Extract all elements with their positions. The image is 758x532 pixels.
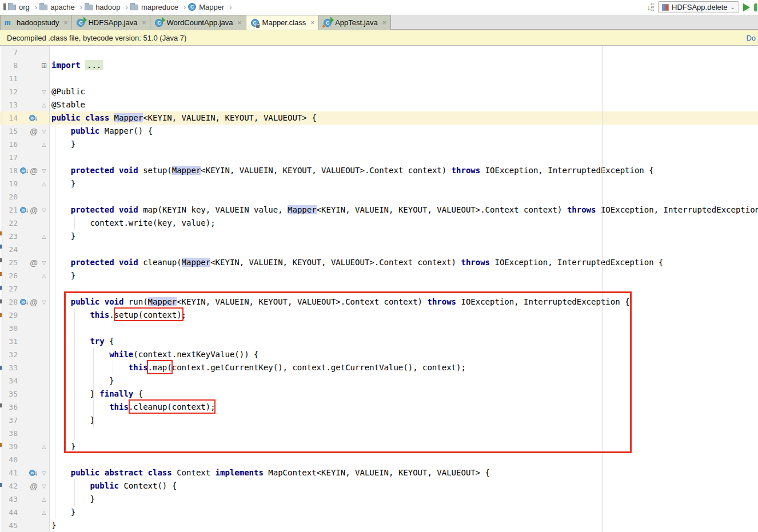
breadcrumb-item[interactable]: CMapper› (188, 3, 234, 11)
code-text[interactable]: } (50, 177, 758, 190)
code-line[interactable]: 20 (0, 190, 758, 203)
code-text[interactable]: } finally { (50, 387, 758, 401)
code-line[interactable]: 30 (0, 322, 758, 335)
code-text[interactable]: public class Mapper<KEYIN, VALUEIN, KEYO… (50, 111, 758, 125)
code-text[interactable]: } (50, 440, 758, 453)
code-text[interactable]: } (50, 374, 758, 387)
code-line[interactable]: 18o↓@▽ protected void setup(Mapper<KEYIN… (0, 164, 758, 177)
code-text[interactable]: } (50, 506, 758, 519)
code-text[interactable] (50, 243, 758, 256)
code-line[interactable]: 13△@Stable (0, 98, 758, 111)
code-text[interactable]: this.setup(context); (50, 309, 758, 322)
code-text[interactable]: this.cleanup(context); (50, 401, 758, 414)
tab-hadoopstudy[interactable]: mhadoopstudy× (0, 15, 72, 30)
overridden-method-icon[interactable]: o↓ (29, 470, 38, 477)
code-text[interactable]: } (50, 269, 758, 282)
code-line[interactable]: 40 (0, 453, 758, 466)
fold-end-icon[interactable]: △ (39, 177, 50, 190)
code-text[interactable]: } (50, 414, 758, 427)
code-line[interactable]: 25@▽ protected void cleanup(Mapper<KEYIN… (0, 256, 758, 269)
code-line[interactable]: 33 this.map(context.getCurrentKey(), con… (0, 361, 758, 374)
fold-start-icon[interactable]: ▽ (39, 466, 50, 479)
code-line[interactable]: 31 try { (0, 335, 758, 348)
fold-start-icon[interactable]: ▽ (39, 479, 50, 493)
code-line[interactable]: 43△ } (0, 493, 758, 506)
banner-link[interactable]: Do (746, 34, 756, 42)
code-text[interactable] (50, 46, 758, 59)
code-line[interactable]: 22 context.write(key, value); (0, 217, 758, 230)
code-line[interactable]: 41o↓▽ public abstract class Context impl… (0, 466, 758, 479)
close-icon[interactable]: × (238, 19, 242, 27)
code-line[interactable]: 29 this.setup(context); (0, 309, 758, 322)
overridden-method-icon[interactable]: o↓ (20, 167, 29, 174)
tab-hdfsapp-java[interactable]: CHDFSApp.java× (72, 15, 150, 30)
fold-start-icon[interactable]: ▽ (39, 295, 50, 309)
code-text[interactable]: public abstract class Context implements… (50, 466, 758, 479)
fold-end-icon[interactable]: △ (39, 440, 50, 453)
code-text[interactable] (50, 427, 758, 440)
code-text[interactable]: } (50, 519, 758, 532)
code-line[interactable]: 15@▽ public Mapper() { (0, 125, 758, 138)
code-line[interactable]: 19△ } (0, 177, 758, 190)
fold-plus-icon[interactable]: ⊞ (39, 59, 50, 72)
fold-start-icon[interactable]: ▽ (39, 125, 50, 138)
code-line[interactable]: 45} (0, 519, 758, 532)
code-text[interactable]: public void run(Mapper<KEYIN, VALUEIN, K… (50, 295, 758, 309)
fold-end-icon[interactable]: △ (39, 493, 50, 506)
overridden-method-icon[interactable]: o↓ (20, 207, 29, 214)
code-text[interactable]: try { (50, 335, 758, 348)
annotated-marker-icon[interactable]: @ (30, 166, 38, 175)
fold-start-icon[interactable]: ▽ (39, 85, 50, 98)
code-text[interactable] (50, 72, 758, 85)
code-editor[interactable]: 78⊞import ...1112▽@Public13△@Stable14o↓p… (0, 46, 758, 532)
code-text[interactable]: } (50, 138, 758, 151)
tab-mapper-class[interactable]: CMapper.class× (246, 15, 320, 30)
fold-end-icon[interactable]: △ (39, 269, 50, 282)
code-line[interactable]: 12▽@Public (0, 85, 758, 98)
code-line[interactable]: 38 (0, 427, 758, 440)
code-text[interactable]: protected void cleanup(Mapper<KEYIN, VAL… (50, 256, 758, 269)
run-button[interactable] (743, 3, 750, 11)
code-line[interactable]: 35 } finally { (0, 387, 758, 401)
close-icon[interactable]: × (142, 19, 146, 27)
bytecode-viewer-icon[interactable]: ↓ 011001 (647, 3, 655, 11)
run-configuration-select[interactable]: HDFSApp.delete ⌄ (658, 1, 739, 13)
code-text[interactable] (50, 453, 758, 466)
fold-end-icon[interactable]: △ (39, 230, 50, 243)
code-text[interactable] (50, 282, 758, 295)
overridden-method-icon[interactable]: o↓ (20, 299, 29, 306)
code-text[interactable]: protected void map(KEYIN key, VALUEIN va… (50, 203, 758, 217)
annotated-marker-icon[interactable]: @ (30, 206, 38, 215)
code-line-current[interactable]: 14o↓public class Mapper<KEYIN, VALUEIN, … (0, 111, 758, 125)
annotated-marker-icon[interactable]: @ (30, 258, 38, 267)
code-text[interactable]: public Context() { (50, 479, 758, 493)
tab-apptest-java[interactable]: CAppTest.java× (319, 15, 390, 30)
fold-end-icon[interactable]: △ (39, 506, 50, 519)
breadcrumb-item[interactable]: mapreduce› (130, 3, 188, 11)
code-line[interactable]: 7 (0, 46, 758, 59)
code-line[interactable]: 23△ } (0, 230, 758, 243)
code-text[interactable] (50, 322, 758, 335)
close-icon[interactable]: × (63, 19, 67, 27)
code-line[interactable]: 32 while(context.nextKeyValue()) { (0, 348, 758, 361)
overridden-method-icon[interactable]: o↓ (29, 115, 38, 122)
code-text[interactable] (50, 190, 758, 203)
code-line[interactable]: 39△ } (0, 440, 758, 453)
breadcrumb-item[interactable]: apache› (39, 3, 85, 11)
code-text[interactable]: this.map(context.getCurrentKey(), contex… (50, 361, 758, 374)
breadcrumb-item[interactable]: org› (8, 3, 39, 11)
code-line[interactable]: 8⊞import ... (0, 59, 758, 72)
code-text[interactable]: context.write(key, value); (50, 217, 758, 230)
fold-start-icon[interactable]: ▽ (39, 203, 50, 217)
code-text[interactable]: } (50, 230, 758, 243)
code-line[interactable]: 28o↓@▽ public void run(Mapper<KEYIN, VAL… (0, 295, 758, 309)
annotated-marker-icon[interactable]: @ (30, 482, 38, 491)
code-line[interactable]: 37 } (0, 414, 758, 427)
annotated-marker-icon[interactable]: @ (30, 298, 38, 307)
code-line[interactable]: 36 this.cleanup(context); (0, 401, 758, 414)
fold-start-icon[interactable]: ▽ (39, 164, 50, 177)
code-text[interactable]: protected void setup(Mapper<KEYIN, VALUE… (50, 164, 758, 177)
code-line[interactable]: 26△ } (0, 269, 758, 282)
code-line[interactable]: 34 } (0, 374, 758, 387)
tab-wordcountapp-java[interactable]: CWordCountApp.java× (150, 15, 246, 30)
